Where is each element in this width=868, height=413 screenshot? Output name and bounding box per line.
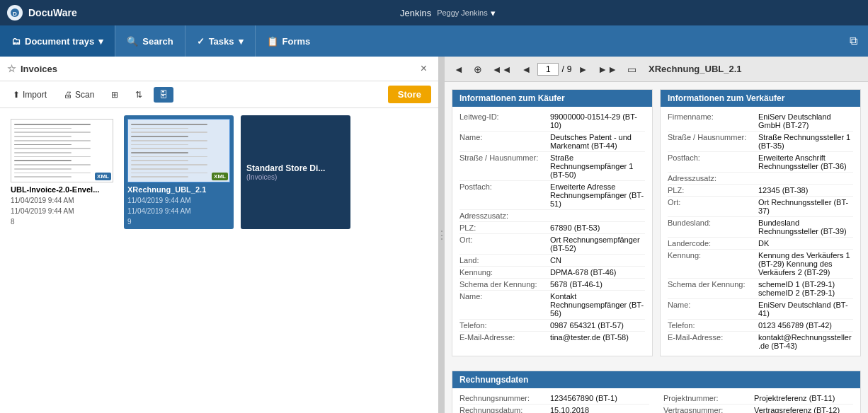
- info-label: Postfach:: [459, 182, 544, 208]
- xml-badge-green: XML: [212, 173, 228, 180]
- user-name: Jenkins: [400, 8, 431, 18]
- nav-document-trays[interactable]: 🗂 Document trays ▾: [0, 25, 115, 57]
- info-label: Straße / Hausnummer:: [459, 153, 544, 179]
- info-label: Rechnungsnummer:: [459, 394, 544, 402]
- nav-forms[interactable]: 📋 Forms: [256, 25, 322, 57]
- page-next2-btn[interactable]: ►►: [594, 62, 621, 77]
- info-row: Firmenname: EniServ Deutschland GmbH (BT…: [668, 111, 853, 132]
- info-row: Name: Deutsches Patent - und Markenamt (…: [459, 132, 645, 152]
- import-icon: ⬆: [13, 90, 20, 100]
- viewer-nav-back[interactable]: ◄: [450, 62, 467, 77]
- info-label: Leitweg-ID:: [459, 112, 544, 129]
- rechnungsdaten-header: Rechnungsdaten: [452, 371, 860, 388]
- multi-window-btn[interactable]: ⧉: [846, 33, 861, 50]
- star-icon[interactable]: ☆: [7, 63, 16, 74]
- info-label: E-Mail-Adresse:: [459, 333, 544, 342]
- doc-date1: 11/04/2019 9:44 AM: [11, 197, 113, 204]
- user-info[interactable]: Jenkins Peggy Jenkins ▾: [400, 8, 496, 18]
- tray-close-button[interactable]: ×: [416, 61, 431, 76]
- info-value: Straße Rechnungsempfänger 1 (BT-50): [550, 153, 645, 179]
- page-next-btn[interactable]: ►: [574, 62, 591, 77]
- page-current-input[interactable]: [537, 63, 559, 76]
- grid-icon: ⊞: [111, 90, 118, 100]
- nav-forms-label: Forms: [282, 36, 311, 47]
- info-value: 5678 (BT-46-1): [550, 280, 603, 289]
- doc-date1-selected: 11/04/2019 9:44 AM: [127, 197, 230, 204]
- import-label: Import: [23, 90, 47, 100]
- viewer-content: Informationen zum Käufer Leitweg-ID: 990…: [445, 82, 868, 413]
- info-row: Ort: Ort Rechnungssteller (BT-37): [668, 197, 853, 217]
- info-value: 99000000-01514-29 (BT-10): [550, 112, 645, 129]
- info-label: Telefon:: [459, 321, 544, 330]
- info-value: 0987 654321 (BT-57): [550, 321, 624, 330]
- user-chevron: ▾: [491, 8, 496, 18]
- info-row: Name: Kontakt Rechnungsempfänger (BT-56): [459, 291, 645, 320]
- view-grid-button[interactable]: ⊞: [105, 87, 124, 103]
- info-label: Name:: [668, 301, 753, 318]
- info-row: E-Mail-Adresse: kontakt@Rechnungssteller…: [668, 332, 853, 351]
- scan-label: Scan: [75, 90, 94, 100]
- store-item[interactable]: Standard Store Di... (Invoices): [241, 115, 350, 229]
- document-item[interactable]: XML UBL-Invoice-2.0-Envel... 11/04/2019 …: [7, 115, 117, 229]
- info-row: Vertragsnummer: Vertragsreferenz (BT-12): [663, 405, 853, 413]
- doc-thumbnail: XML: [127, 119, 230, 182]
- info-row: Land: CN: [459, 255, 645, 267]
- document-item-selected[interactable]: XML XRechnung_UBL_2.1 11/04/2019 9:44 AM…: [124, 115, 234, 229]
- info-row: Postfach: Erweiterte Anschrift Rechnungs…: [668, 152, 853, 173]
- info-label: PLZ:: [459, 223, 544, 232]
- resize-handle[interactable]: [439, 57, 445, 413]
- nav-tasks[interactable]: ✓ Tasks ▾: [185, 25, 255, 57]
- tray-toolbar: ⬆ Import 🖨 Scan ⊞ ⇅ 🗄 Store: [0, 81, 438, 108]
- doc-name-selected: XRechnung_UBL_2.1: [127, 185, 230, 194]
- info-value: Erweiterte Anschrift Rechnungssteller (B…: [758, 153, 853, 170]
- info-row: Ort: Ort Rechnungsempfänger (BT-52): [459, 234, 645, 255]
- store-item-sub: (Invoices): [246, 173, 345, 181]
- info-label: Postfach:: [668, 153, 753, 170]
- page-layout-btn[interactable]: ▭: [624, 62, 640, 77]
- doc-date2: 11/04/2019 9:44 AM: [11, 207, 113, 215]
- nav-document-trays-label: Document trays: [25, 36, 94, 47]
- info-value: DK: [758, 239, 769, 248]
- left-panel: ☆ Invoices × ⬆ Import 🖨 Scan ⊞ ⇅ 🗄: [0, 57, 439, 413]
- kaeufer-header: Informationen zum Käufer: [452, 90, 652, 107]
- user-fullname: Peggy Jenkins: [437, 8, 488, 17]
- sort-icon: ⇅: [135, 90, 142, 100]
- info-row: Rechnungsnummer: 1234567890 (BT-1): [459, 392, 649, 405]
- document-list: XML UBL-Invoice-2.0-Envel... 11/04/2019 …: [0, 108, 438, 413]
- info-row: Straße / Hausnummer: Straße Rechnungsemp…: [459, 152, 645, 181]
- nav-search-label: Search: [142, 36, 173, 47]
- page-back-btn[interactable]: ◄: [518, 62, 535, 77]
- verkaeufer-section: Informationen zum Verkäufer Firmenname: …: [660, 89, 861, 356]
- info-value: Vertragsreferenz (BT-12): [754, 406, 840, 413]
- info-row: Postfach: Erweiterte Adresse Rechnungsem…: [459, 181, 645, 210]
- info-label: Rechnungsdatum:: [459, 406, 544, 413]
- info-label: Land:: [459, 256, 544, 264]
- info-value: DPMA-678 (BT-46): [550, 268, 617, 277]
- info-label: PLZ:: [668, 186, 753, 194]
- two-col-info: Informationen zum Käufer Leitweg-ID: 990…: [452, 89, 861, 363]
- forms-icon: 📋: [267, 36, 278, 47]
- store-item-name: Standard Store Di...: [246, 163, 345, 173]
- info-label: Kennung:: [668, 251, 753, 277]
- store-button[interactable]: Store: [388, 86, 431, 103]
- info-row: Adresszusatz:: [459, 210, 645, 222]
- tray-title-area: ☆ Invoices: [7, 63, 57, 74]
- viewer-toolbar: ◄ ⊕ ◄◄ ◄ / 9 ► ►► ▭ XRechnung_UBL_2.1: [445, 57, 868, 82]
- rechnungsdaten-body: Rechnungsnummer: 1234567890 (BT-1) Rechn…: [452, 388, 860, 413]
- viewer-layers-btn[interactable]: ⊕: [470, 62, 486, 77]
- page-prev-btn[interactable]: ◄◄: [489, 62, 515, 77]
- import-button[interactable]: ⬆ Import: [7, 87, 52, 103]
- info-value: Kennung des Verkäufers 1 (BT-29) Kennung…: [758, 251, 853, 277]
- main-content: ☆ Invoices × ⬆ Import 🖨 Scan ⊞ ⇅ 🗄: [0, 57, 868, 413]
- db-icon: 🗄: [159, 90, 168, 100]
- info-value: Deutsches Patent - und Markenamt (BT-44): [550, 133, 645, 150]
- page-indicator: / 9: [537, 63, 571, 76]
- scan-button[interactable]: 🖨 Scan: [58, 87, 100, 103]
- db-button[interactable]: 🗄: [154, 87, 173, 103]
- doc-date2-selected: 11/04/2019 9:44 AM: [127, 207, 230, 215]
- sort-button[interactable]: ⇅: [130, 87, 148, 103]
- info-value: 67890 (BT-53): [550, 223, 600, 232]
- info-label: E-Mail-Adresse:: [668, 333, 753, 350]
- info-row: Telefon: 0987 654321 (BT-57): [459, 320, 645, 332]
- nav-search[interactable]: 🔍 Search: [115, 25, 184, 57]
